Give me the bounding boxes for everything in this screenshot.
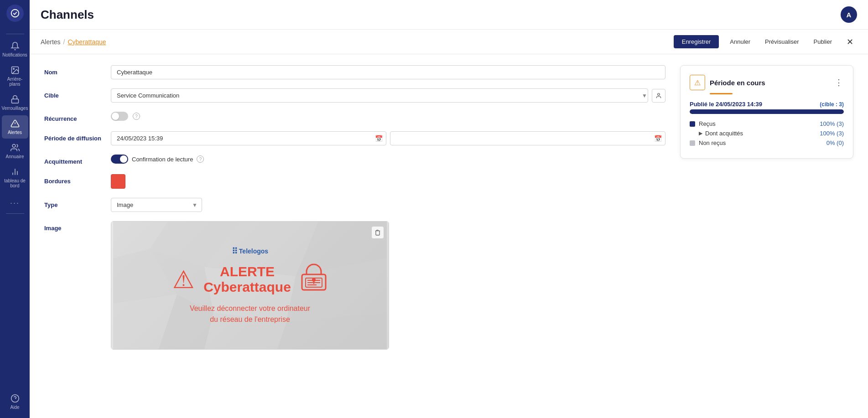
stats-published-row: Publié le 24/05/2023 14:39 (cible : 3) [690, 101, 844, 108]
form-row-cible: Cible Service Communication ▼ [44, 88, 665, 103]
sidebar-bottom-divider [6, 213, 24, 214]
image-content-area: ⠿ Telelogos ⚠ ALERTE Cyberattaque [111, 222, 389, 349]
recurrence-help-icon[interactable]: ? [133, 113, 140, 120]
stats-non-recu-row: Non reçus 0% (0) [690, 139, 844, 146]
periode-date-row: 📅 📅 [111, 131, 665, 145]
image-label: Image [44, 221, 104, 232]
main-panel: Channels A Alertes / Cyberattaque Enregi… [30, 0, 868, 418]
svg-marker-21 [113, 294, 177, 349]
dot-recu-icon [690, 121, 695, 127]
nom-label: Nom [44, 65, 104, 76]
stats-recu-row: Reçus 100% (3) [690, 120, 844, 127]
breadcrumb-separator: / [63, 38, 65, 46]
stats-progress-track [690, 109, 844, 114]
stats-acquitte-value: 100% (3) [820, 130, 844, 137]
sidebar-item-arriere-plans[interactable]: Arrière-plans [2, 62, 28, 90]
image-preview-card: ⠿ Telelogos ⚠ ALERTE Cyberattaque [111, 221, 389, 350]
svg-point-30 [312, 278, 316, 282]
acquittement-sublabel: Confirmation de lecture [132, 156, 193, 163]
type-select[interactable]: Image Texte Vidéo [111, 198, 202, 212]
brand-dots: ⠿ [232, 246, 237, 256]
stats-target-link[interactable]: (cible : 3) [820, 101, 844, 108]
svg-rect-3 [11, 99, 18, 103]
stats-more-button[interactable]: ⋮ [835, 77, 844, 88]
form-row-bordures: Bordures [44, 174, 665, 189]
sidebar-item-verrouillages[interactable]: Verrouillages [2, 91, 28, 114]
user-avatar[interactable]: A [841, 6, 857, 23]
form-section: Nom Cible Service Communication ▼ [44, 65, 665, 407]
acquittement-row: Confirmation de lecture ? [111, 155, 665, 164]
breadcrumb-current[interactable]: Cyberattaque [68, 38, 106, 46]
type-select-wrapper: Image Texte Vidéo ▼ [111, 198, 202, 212]
alert-title-block: ALERTE Cyberattaque [203, 264, 291, 295]
stats-non-recu-value: 0% (0) [826, 139, 844, 146]
subheader: Alertes / Cyberattaque Enregistrer Annul… [30, 30, 868, 54]
stats-acquitte-label: ▶ Dont acquittés [699, 130, 743, 137]
stats-card-title: Période en cours [710, 79, 765, 87]
date-start-input[interactable] [111, 131, 386, 145]
close-button[interactable]: ✕ [843, 36, 857, 48]
date-end-input[interactable] [390, 131, 665, 145]
bordures-label: Bordures [44, 174, 104, 185]
cancel-button[interactable]: Annuler [726, 35, 754, 48]
app-title: Channels [41, 8, 94, 22]
nom-input[interactable] [111, 65, 665, 79]
stats-card: ⚠ Période en cours ⋮ Publié le 24/05/202… [680, 65, 853, 159]
sidebar: Notifications Arrière-plans Verrouillage… [0, 0, 30, 418]
preview-button[interactable]: Prévisualiser [761, 35, 802, 48]
cible-person-icon[interactable] [652, 89, 665, 103]
breadcrumb: Alertes / Cyberattaque [41, 38, 106, 46]
nom-control [111, 65, 665, 79]
image-delete-button[interactable] [371, 226, 384, 239]
acquittement-help-icon[interactable]: ? [197, 155, 204, 163]
sidebar-item-aide[interactable]: Aide [2, 390, 28, 413]
svg-point-10 [11, 395, 19, 403]
acquittement-toggle[interactable] [111, 155, 128, 164]
alert-body-text: Veuillez déconnecter votre ordinateurdu … [190, 303, 310, 325]
sidebar-item-notifications[interactable]: Notifications [2, 38, 28, 61]
alert-heading: ⚠ ALERTE Cyberattaque [172, 263, 327, 296]
image-control: ⠿ Telelogos ⚠ ALERTE Cyberattaque [111, 221, 665, 350]
type-control: Image Texte Vidéo ▼ [111, 198, 665, 212]
svg-point-2 [13, 68, 14, 70]
sidebar-item-alertes[interactable]: Alertes [2, 115, 28, 139]
recurrence-toggle[interactable] [111, 112, 128, 121]
svg-point-0 [11, 10, 19, 17]
form-row-acquittement: Acquittement Confirmation de lecture ? [44, 155, 665, 165]
publish-button[interactable]: Publier [810, 35, 836, 48]
cible-label: Cible [44, 88, 104, 99]
sidebar-item-tableau-de-bord[interactable]: tableau de bord [2, 164, 28, 192]
stats-title-row: ⚠ Période en cours [690, 75, 765, 90]
form-row-nom: Nom [44, 65, 665, 79]
brand-logo: ⠿ Telelogos [232, 246, 268, 256]
stats-recu-label: Reçus [690, 120, 716, 127]
cible-select-wrapper: Service Communication ▼ [111, 88, 665, 103]
recurrence-control: ? [111, 112, 665, 121]
form-row-periode: Période de diffusion 📅 📅 [44, 131, 665, 145]
recurrence-toggle-row: ? [111, 112, 665, 121]
stats-acquitte-row: ▶ Dont acquittés 100% (3) [690, 130, 844, 137]
acquittement-toggle-thumb [120, 155, 127, 163]
dot-non-recu-icon [690, 140, 695, 146]
content-area: Nom Cible Service Communication ▼ [30, 54, 868, 418]
recurrence-label: Récurrence [44, 112, 104, 122]
chevron-right-icon: ▶ [699, 130, 702, 136]
date-end-wrapper: 📅 [390, 131, 665, 145]
sidebar-more-dots[interactable]: ... [10, 196, 20, 206]
sidebar-item-annuaire[interactable]: Annuaire [2, 139, 28, 163]
bordures-color-swatch[interactable] [111, 174, 125, 189]
sidebar-logo[interactable] [6, 5, 24, 22]
stats-progress-fill [690, 109, 844, 114]
acquittement-control: Confirmation de lecture ? [111, 155, 665, 164]
type-label: Type [44, 198, 104, 208]
alert-subheading-text: Cyberattaque [203, 279, 291, 295]
save-button[interactable]: Enregistrer [674, 35, 719, 48]
breadcrumb-parent[interactable]: Alertes [41, 38, 61, 46]
stats-published-label: Publié le 24/05/2023 14:39 [690, 101, 762, 108]
stats-non-recu-label: Non reçus [690, 139, 726, 146]
svg-point-12 [658, 93, 660, 95]
cible-select[interactable]: Service Communication [111, 88, 648, 103]
periode-label: Période de diffusion [44, 131, 104, 142]
sidebar-top-divider [6, 34, 24, 34]
bordures-control [111, 174, 665, 189]
